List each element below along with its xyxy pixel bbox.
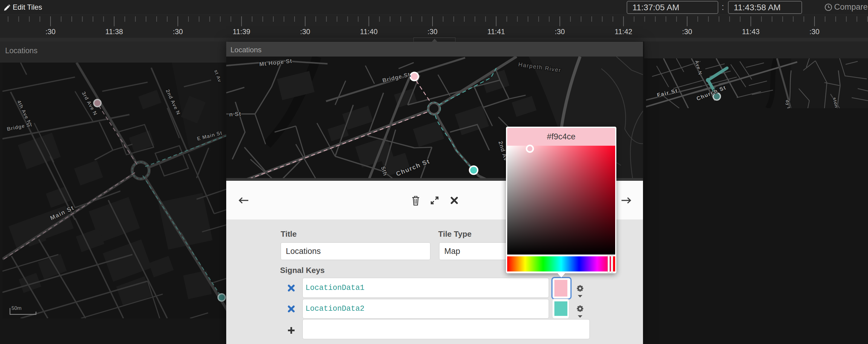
svg-text:n St: n St xyxy=(229,111,241,118)
svg-text:11:40: 11:40 xyxy=(360,28,377,36)
svg-text::30: :30 xyxy=(173,28,183,36)
svg-text::30: :30 xyxy=(809,28,819,36)
svg-text::30: :30 xyxy=(45,28,55,36)
svg-text::30: :30 xyxy=(427,28,437,36)
svg-text::30: :30 xyxy=(555,28,565,36)
svg-text:11:38: 11:38 xyxy=(105,28,123,36)
svg-text:11:42: 11:42 xyxy=(615,28,632,36)
svg-text:11:39: 11:39 xyxy=(232,28,250,36)
svg-text:50m: 50m xyxy=(11,305,22,311)
svg-text::30: :30 xyxy=(300,28,310,36)
svg-text:11:41: 11:41 xyxy=(487,28,505,36)
svg-text::30: :30 xyxy=(682,28,692,36)
svg-text:11:43: 11:43 xyxy=(742,28,760,36)
